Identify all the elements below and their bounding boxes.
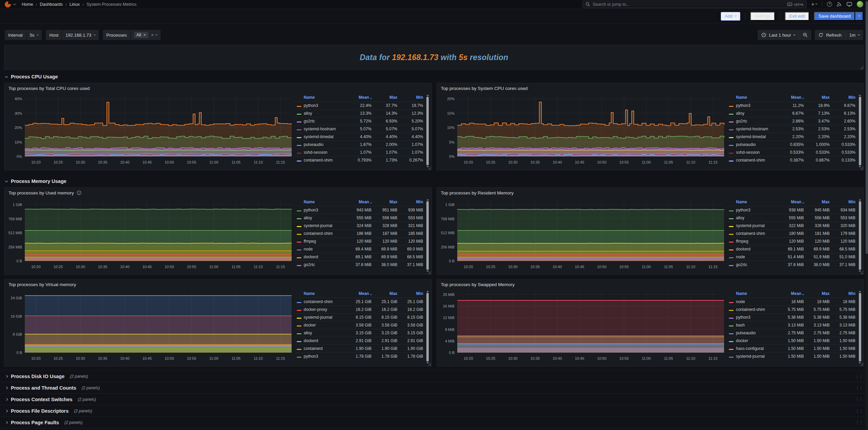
series-name[interactable]: containerd-shim (304, 299, 345, 304)
series-color-swatch[interactable] (729, 325, 734, 327)
legend-header-min[interactable]: Min (399, 200, 425, 204)
news-icon[interactable] (837, 2, 842, 7)
series-name[interactable]: pulseaudio (304, 142, 345, 147)
legend-header-name[interactable]: Name (304, 200, 345, 204)
series-name[interactable]: docker-proxy (304, 307, 345, 312)
series-color-swatch[interactable] (729, 310, 734, 311)
series-color-swatch[interactable] (297, 257, 301, 259)
scrollbar-thumb[interactable] (859, 201, 861, 270)
scrollbar-thumb[interactable] (859, 97, 861, 165)
panel-title-bar[interactable]: Top processes by Swapped Memory (437, 279, 864, 289)
scroll-up-icon[interactable] (426, 94, 429, 96)
series-color-swatch[interactable] (297, 106, 301, 107)
series-name[interactable]: dockerd (304, 338, 345, 343)
scrollbar-thumb[interactable] (866, 1, 868, 254)
scroll-up-icon[interactable] (858, 199, 861, 201)
grafana-logo[interactable] (5, 1, 11, 7)
series-name[interactable]: containerd-shim (304, 231, 345, 236)
series-name[interactable]: systemd-hostnam (736, 127, 777, 131)
series-color-swatch[interactable] (297, 121, 301, 123)
panel-title-bar[interactable]: Top processes by Total CPU cores used (4, 83, 431, 93)
legend-scrollbar[interactable] (426, 199, 429, 272)
series-name[interactable]: hass-configurat (736, 346, 777, 351)
series-name[interactable]: go2rtc (304, 262, 345, 267)
series-color-swatch[interactable] (297, 137, 301, 138)
scrollbar-thumb[interactable] (426, 97, 429, 165)
org-switcher-chevron-icon[interactable] (13, 2, 16, 5)
series-name[interactable]: bash (736, 323, 777, 328)
series-color-swatch[interactable] (729, 218, 734, 220)
collapsed-section[interactable]: Process Context Switches(2 panels)⋮⋮ (0, 394, 868, 405)
legend-header-name[interactable]: Name (304, 291, 345, 296)
legend-header-mean[interactable]: Mean (345, 291, 373, 296)
time-range-picker[interactable]: Last 1 hour (758, 30, 799, 40)
breadcrumb-home[interactable]: Home (22, 2, 33, 7)
breadcrumb-linux[interactable]: Linux (70, 2, 80, 7)
series-color-swatch[interactable] (297, 153, 301, 154)
save-dashboard-caret-button[interactable] (855, 12, 863, 21)
refresh-interval-select[interactable]: 1m (845, 30, 863, 40)
series-name[interactable]: python3 (736, 315, 777, 320)
legend-header-min[interactable]: Min (399, 95, 425, 100)
series-color-swatch[interactable] (297, 318, 301, 319)
series-color-swatch[interactable] (297, 249, 301, 251)
legend-header-mean[interactable]: Mean (345, 95, 373, 100)
series-color-swatch[interactable] (729, 265, 734, 266)
info-icon[interactable] (77, 190, 81, 195)
drag-handle-icon[interactable]: ⋮⋮ (855, 397, 865, 402)
series-color-swatch[interactable] (729, 226, 734, 227)
panel-title-bar[interactable]: Top processes by System CPU cores used (437, 83, 864, 93)
panel-title-bar[interactable]: Top processes by Virtual memory (4, 279, 431, 289)
series-name[interactable]: alloy (304, 331, 345, 335)
section-cpu-usage[interactable]: Process CPU Usage (0, 70, 868, 82)
series-name[interactable]: python3 (304, 208, 345, 212)
series-name[interactable]: python3 (304, 354, 345, 359)
collapsed-section[interactable]: Process Disk IO Usage(2 panels)⋮⋮ (0, 371, 868, 382)
legend-header-mean[interactable]: Mean (777, 95, 805, 100)
series-name[interactable]: sshd-session (304, 150, 345, 155)
scroll-down-icon[interactable] (858, 270, 861, 272)
series-name[interactable]: go2rtc (736, 262, 777, 267)
collapsed-section[interactable]: Process Page Faults(2 panels)⋮⋮ (0, 417, 868, 428)
collapsed-section[interactable]: Process File Descriptors(2 panels)⋮⋮ (0, 405, 868, 417)
scroll-up-icon[interactable] (858, 291, 861, 292)
series-name[interactable]: python3 (304, 103, 345, 108)
exit-edit-button[interactable]: Exit edit (785, 12, 809, 21)
user-avatar[interactable] (857, 1, 863, 7)
page-scrollbar[interactable] (865, 0, 868, 430)
scroll-up-icon[interactable] (858, 94, 861, 96)
legend-header-max[interactable]: Max (805, 291, 831, 296)
series-color-swatch[interactable] (297, 234, 301, 235)
legend-header-max[interactable]: Max (805, 95, 831, 100)
legend-header-min[interactable]: Min (831, 200, 857, 204)
series-name[interactable]: alloy (736, 111, 777, 116)
legend-header-max[interactable]: Max (805, 200, 831, 204)
drag-handle-icon[interactable]: ⋮⋮ (855, 385, 865, 390)
series-name[interactable]: systemd-journal (736, 223, 777, 228)
series-name[interactable]: containerd (304, 346, 345, 351)
series-name[interactable]: systemd-journal (304, 223, 345, 228)
series-name[interactable]: containerd-shim (736, 158, 777, 163)
drag-handle-icon[interactable]: ⋮⋮ (855, 408, 865, 413)
legend-header-mean[interactable]: Mean (777, 200, 805, 204)
series-name[interactable]: node (736, 299, 777, 304)
series-color-swatch[interactable] (729, 349, 734, 350)
series-name[interactable]: alloy (304, 111, 345, 116)
legend-header-name[interactable]: Name (736, 291, 777, 296)
scrollbar-thumb[interactable] (859, 293, 861, 361)
series-color-swatch[interactable] (729, 302, 734, 303)
series-color-swatch[interactable] (729, 333, 734, 335)
series-color-swatch[interactable] (297, 341, 301, 342)
remove-chip-icon[interactable]: × (144, 33, 146, 37)
add-panel-button[interactable]: Add (721, 12, 740, 21)
series-name[interactable]: systemd-timedat (736, 134, 777, 139)
zoom-out-button[interactable] (799, 30, 811, 40)
series-name[interactable]: docker (736, 338, 777, 343)
legend-header-mean[interactable]: Mean (345, 200, 373, 204)
series-name[interactable]: systemd-journal (304, 315, 345, 320)
series-name[interactable]: go2rtc (304, 119, 345, 124)
new-menu-button[interactable]: + (811, 2, 817, 7)
help-icon[interactable]: ? (827, 2, 832, 7)
series-name[interactable]: containerd-shim (736, 307, 777, 312)
series-color-swatch[interactable] (729, 153, 734, 154)
